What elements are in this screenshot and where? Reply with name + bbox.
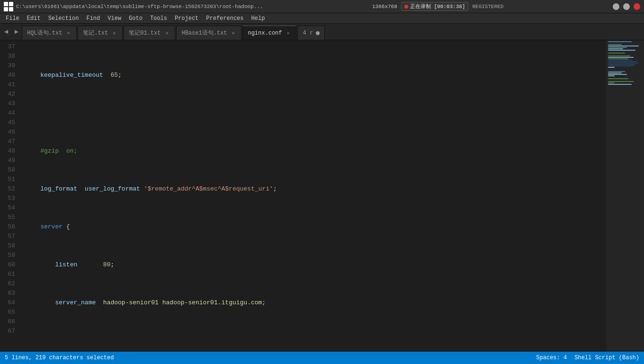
selection-info: 5 lines, 219 characters selected xyxy=(5,355,114,361)
tab-notes01-label: 笔记01.txt xyxy=(129,29,161,37)
line-num: 59 xyxy=(0,251,15,260)
tab-next-button[interactable]: ▶ xyxy=(11,23,22,40)
status-right: Spaces: 4 Shell Script (Bash) xyxy=(536,355,639,361)
menu-edit[interactable]: Edit xyxy=(23,13,45,24)
language-info: Shell Script (Bash) xyxy=(574,355,639,361)
tab-hql[interactable]: HQL语句.txt ✕ xyxy=(22,26,77,40)
line-num: 54 xyxy=(0,203,15,213)
menu-project[interactable]: Project xyxy=(171,13,202,24)
line-num: 45 xyxy=(0,118,15,127)
tab-notes01-close[interactable]: ✕ xyxy=(163,30,170,36)
line-num: 62 xyxy=(0,279,15,289)
line-num: 41 xyxy=(0,80,15,90)
tab-notes[interactable]: 笔记.txt ✕ xyxy=(78,26,123,40)
code-line-41: server { xyxy=(24,222,602,232)
menu-preferences[interactable]: Preferences xyxy=(202,13,247,24)
status-left: 5 lines, 219 characters selected xyxy=(5,355,114,361)
line-num: 64 xyxy=(0,298,15,308)
menu-file[interactable]: File xyxy=(2,13,23,24)
line-num: 47 xyxy=(0,137,15,146)
line-num: 53 xyxy=(0,194,15,203)
code-line-40: log_format user_log_format '$remote_addr… xyxy=(24,184,602,194)
menu-view[interactable]: View xyxy=(104,13,125,24)
line-num: 65 xyxy=(0,308,15,317)
minimap-content xyxy=(606,40,644,86)
line-num: 37 xyxy=(0,42,15,52)
line-num: 61 xyxy=(0,270,15,279)
tab-4r-label: 4 r xyxy=(303,30,313,36)
title-path: C:\users\61661\appdata\local\temp\sublim… xyxy=(4,2,263,11)
line-num: 38 xyxy=(0,52,15,61)
code-line-38 xyxy=(24,109,602,118)
tab-hbase[interactable]: HBase1语句.txt ✕ xyxy=(176,26,242,40)
close-button[interactable] xyxy=(634,3,640,10)
menu-goto[interactable]: Goto xyxy=(125,13,146,24)
title-bar: C:\users\61661\appdata\local\temp\sublim… xyxy=(0,0,644,13)
status-bar: 5 lines, 219 characters selected Spaces:… xyxy=(0,352,644,364)
tab-hbase-label: HBase1语句.txt xyxy=(181,29,227,37)
recording-info: 1366x768 正在录制 [00:03:38] REGISTERED xyxy=(372,2,503,11)
tab-4r-dot xyxy=(316,31,320,35)
tab-hql-close[interactable]: ✕ xyxy=(65,30,72,36)
minimize-button[interactable] xyxy=(613,3,619,10)
recording-text: 正在录制 [00:03:38] xyxy=(410,3,465,10)
code-line-43: server_name hadoop-senior01 hadoop-senio… xyxy=(24,298,602,308)
minimap xyxy=(606,40,644,352)
window-controls[interactable] xyxy=(613,3,640,10)
tab-notes01[interactable]: 笔记01.txt ✕ xyxy=(124,26,175,40)
maximize-button[interactable] xyxy=(623,3,630,10)
line-num: 44 xyxy=(0,109,15,118)
menu-bar: File Edit Selection Find View Goto Tools… xyxy=(0,13,644,24)
code-line-37: keepalive_timeout 65; xyxy=(24,71,602,80)
app-logo xyxy=(4,2,13,11)
rec-dot xyxy=(404,5,408,9)
tab-bar: ◀ ▶ HQL语句.txt ✕ 笔记.txt ✕ 笔记01.txt ✕ HBas… xyxy=(0,24,644,40)
line-num: 39 xyxy=(0,61,15,71)
line-num: 46 xyxy=(0,127,15,137)
code-line-39: #gzip on; xyxy=(24,146,602,156)
line-num: 52 xyxy=(0,184,15,194)
line-num: 43 xyxy=(0,99,15,109)
line-num: 55 xyxy=(0,213,15,222)
tab-4r[interactable]: 4 r xyxy=(297,26,325,40)
editor[interactable]: 37 38 39 40 41 42 43 44 45 46 47 48 49 5… xyxy=(0,40,644,352)
tab-nginx-close[interactable]: ✕ xyxy=(285,30,291,36)
line-num: 66 xyxy=(0,317,15,327)
line-num: 58 xyxy=(0,241,15,251)
menu-find[interactable]: Find xyxy=(82,13,104,24)
line-num: 40 xyxy=(0,71,15,80)
line-num: 56 xyxy=(0,222,15,232)
code-line-44 xyxy=(24,336,602,346)
line-num: 63 xyxy=(0,289,15,298)
tab-hbase-close[interactable]: ✕ xyxy=(230,30,236,36)
line-numbers: 37 38 39 40 41 42 43 44 45 46 47 48 49 5… xyxy=(0,40,20,352)
line-num: 60 xyxy=(0,260,15,270)
app-registered: REGISTERED xyxy=(472,4,503,9)
tab-notes-label: 笔记.txt xyxy=(83,29,108,37)
title-path-text: C:\users\61661\appdata\local\temp\sublim… xyxy=(16,4,263,9)
resolution-text: 1366x768 xyxy=(372,4,397,9)
code-content[interactable]: keepalive_timeout 65; #gzip on; log_form… xyxy=(20,40,606,352)
menu-tools[interactable]: Tools xyxy=(146,13,171,24)
line-num: 50 xyxy=(0,165,15,175)
tab-nginx-label: nginx.conf xyxy=(248,30,282,36)
line-num: 48 xyxy=(0,146,15,156)
line-num: 67 xyxy=(0,327,15,336)
line-num: 51 xyxy=(0,175,15,184)
line-num: 49 xyxy=(0,156,15,165)
recording-badge: 正在录制 [00:03:38] xyxy=(401,2,469,11)
menu-selection[interactable]: Selection xyxy=(45,13,83,24)
tab-hql-label: HQL语句.txt xyxy=(27,29,62,37)
tab-notes-close[interactable]: ✕ xyxy=(111,30,117,36)
tab-prev-button[interactable]: ◀ xyxy=(1,23,11,40)
tab-nginx[interactable]: nginx.conf ✕ xyxy=(242,26,296,40)
code-line-42: listen 80; xyxy=(24,260,602,270)
editor-main: 37 38 39 40 41 42 43 44 45 46 47 48 49 5… xyxy=(0,40,644,352)
menu-help[interactable]: Help xyxy=(248,13,269,24)
line-num: 42 xyxy=(0,90,15,99)
line-num: 57 xyxy=(0,232,15,241)
spaces-info: Spaces: 4 xyxy=(536,355,567,361)
